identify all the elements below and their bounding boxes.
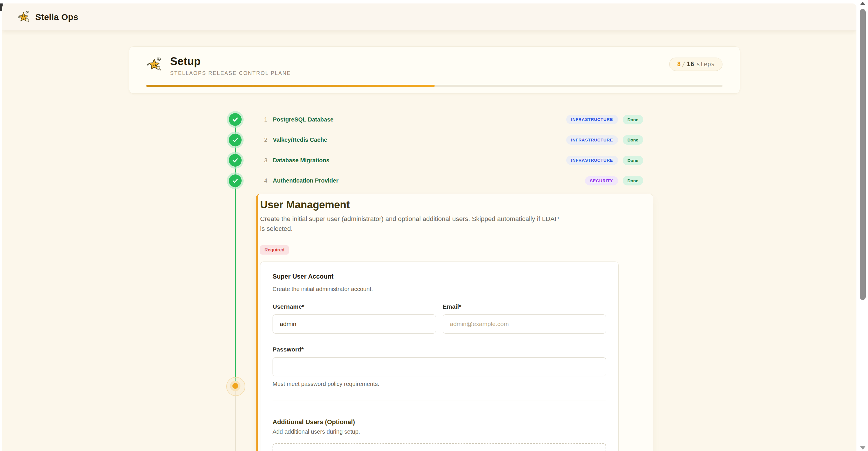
required-badge: Required: [260, 245, 289, 255]
super-user-subtitle: Create the initial administrator account…: [273, 286, 606, 292]
step-status-badge: Done: [623, 176, 644, 186]
page-title: Setup: [170, 56, 291, 67]
step-row[interactable]: 3Database MigrationsINFRASTRUCTUREDone: [256, 150, 643, 171]
brand-title: Stella Ops: [35, 12, 79, 22]
step-number: 2: [264, 136, 271, 143]
stella-ops-logo-icon: [17, 10, 31, 24]
step-row[interactable]: 4Authentication ProviderSECURITYDone: [256, 171, 643, 191]
scrollbar[interactable]: [858, 0, 868, 451]
step-category-badge: INFRASTRUCTURE: [566, 156, 618, 165]
section-divider: [273, 400, 606, 400]
steps-counter-badge: 8/16steps: [669, 58, 722, 71]
scrollbar-up-arrow-icon[interactable]: [860, 2, 865, 5]
dot-icon: [232, 383, 238, 389]
step-number: 4: [264, 177, 271, 184]
scrollbar-thumb[interactable]: [860, 9, 866, 300]
setup-steps-list: 1PostgreSQL DatabaseINFRASTRUCTUREDone2V…: [256, 109, 643, 191]
steps-count-separator: /: [682, 61, 686, 68]
password-input[interactable]: [273, 357, 606, 376]
step-status-badge: Done: [623, 115, 644, 124]
top-navbar: Stella Ops: [2, 3, 857, 30]
username-label: Username*: [273, 303, 436, 310]
super-user-title: Super User Account: [273, 272, 606, 281]
step-category-badge: SECURITY: [585, 176, 618, 186]
steps-total-count: 16: [687, 61, 694, 68]
email-label: Email*: [443, 303, 606, 310]
panel-title: User Management: [260, 198, 653, 212]
step-category-badge: INFRASTRUCTURE: [566, 135, 618, 144]
step-title: Database Migrations: [273, 157, 330, 164]
password-label: Password*: [273, 346, 606, 353]
setup-header-card: Setup STELLAOPS RELEASE CONTROL PLANE 8/…: [129, 46, 740, 94]
steps-done-count: 8: [677, 61, 681, 68]
check-icon: [229, 134, 242, 147]
step-number: 1: [264, 116, 271, 123]
page-subtitle: STELLAOPS RELEASE CONTROL PLANE: [170, 70, 291, 76]
step-title: Valkey/Redis Cache: [273, 136, 327, 143]
check-icon: [229, 113, 242, 126]
timeline-line-upcoming: [235, 387, 236, 451]
additional-users-subtitle: Add additional users during setup.: [273, 428, 606, 435]
step-status-badge: Done: [623, 156, 644, 165]
steps-suffix: steps: [696, 61, 715, 68]
user-management-panel: User Management Create the initial super…: [256, 194, 653, 451]
email-input[interactable]: [443, 315, 606, 333]
add-another-user-button[interactable]: + Add Another User: [273, 443, 606, 451]
check-icon: [229, 154, 242, 167]
app-surface: Stella Ops Setup STELLAOPS RELEASE CONTR…: [2, 3, 857, 451]
progress-fill: [146, 85, 435, 87]
step-title: PostgreSQL Database: [273, 116, 334, 123]
username-input[interactable]: [273, 315, 436, 333]
step-title: Authentication Provider: [273, 177, 339, 184]
step-number: 3: [264, 157, 271, 164]
current-step-indicator-icon: [226, 377, 245, 396]
password-helper-text: Must meet password policy requirements.: [273, 380, 606, 387]
scrollbar-down-arrow-icon[interactable]: [860, 446, 865, 450]
setup-progress-bar: [146, 85, 722, 87]
setup-mascot-icon: [146, 56, 163, 73]
additional-users-title: Additional Users (Optional): [273, 418, 606, 426]
check-icon: [229, 174, 242, 187]
step-row[interactable]: 1PostgreSQL DatabaseINFRASTRUCTUREDone: [256, 109, 643, 130]
super-user-card: Super User Account Create the initial ad…: [260, 261, 619, 451]
step-category-badge: INFRASTRUCTURE: [566, 115, 618, 124]
app-window: Stella Ops Setup STELLAOPS RELEASE CONTR…: [0, 0, 868, 451]
panel-description: Create the initial super user (administr…: [260, 214, 564, 234]
step-row[interactable]: 2Valkey/Redis CacheINFRASTRUCTUREDone: [256, 130, 643, 151]
step-status-badge: Done: [623, 135, 644, 144]
